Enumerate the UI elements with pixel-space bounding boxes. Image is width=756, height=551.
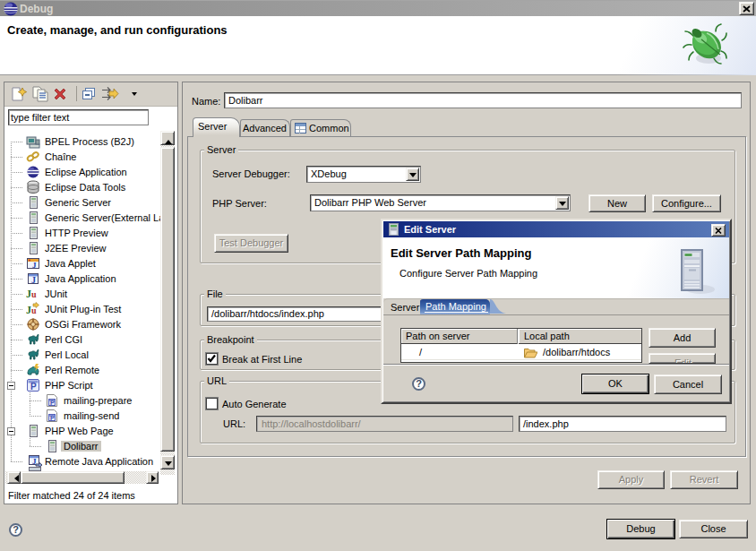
svg-text:P: P [50, 400, 55, 406]
svg-text:J: J [32, 261, 37, 270]
svg-text:P: P [30, 382, 37, 392]
svg-text:P: P [50, 415, 55, 421]
svg-text:u: u [31, 289, 37, 299]
svg-text:J: J [31, 275, 36, 285]
